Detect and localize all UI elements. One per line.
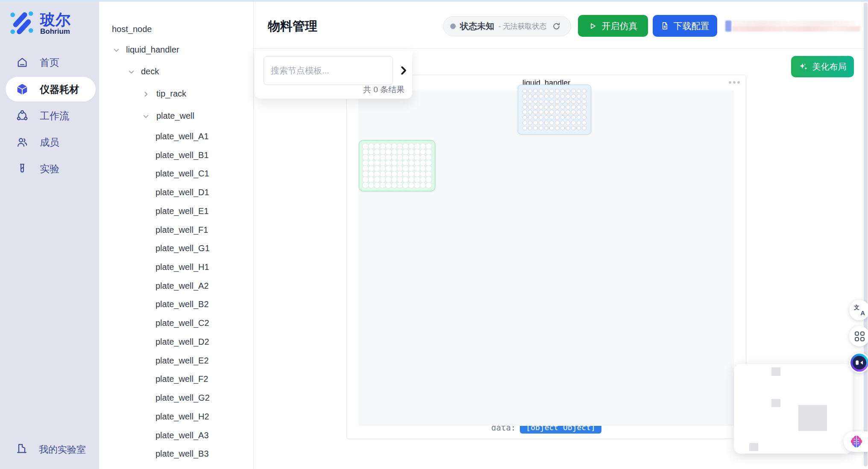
tree-item-plate_well_H1[interactable]: plate_well_H1 — [99, 258, 253, 277]
start-simulation-label: 开启仿真 — [602, 20, 638, 32]
brand-subtitle: Bohrium — [40, 28, 71, 35]
well — [582, 126, 586, 131]
well — [397, 144, 403, 149]
well — [577, 115, 581, 120]
node-more-menu-icon[interactable] — [727, 79, 742, 85]
well — [528, 89, 533, 94]
refresh-icon[interactable] — [552, 22, 560, 30]
sidebar-item-members[interactable]: 成员 — [6, 130, 96, 155]
well — [582, 94, 586, 99]
chevron-right-icon[interactable] — [396, 63, 411, 78]
well — [414, 177, 420, 182]
well — [386, 171, 391, 177]
tree-item-plate_well_F1[interactable]: plate_well_F1 — [99, 221, 253, 240]
well — [544, 89, 549, 94]
tree-item-plate_well_B3[interactable]: plate_well_B3 — [99, 445, 253, 463]
tree-item-label: plate_well_C1 — [155, 169, 209, 179]
tree-item-plate_well_B1[interactable]: plate_well_B1 — [99, 146, 253, 165]
well-plate-green[interactable] — [359, 140, 435, 191]
tree-item-host_node[interactable]: host_node — [99, 20, 253, 39]
well — [533, 105, 538, 109]
tree-item-plate_well[interactable]: plate_well — [99, 107, 253, 126]
well — [392, 160, 397, 166]
tree-item-deck[interactable]: deck — [99, 62, 253, 81]
well — [409, 144, 414, 149]
well — [522, 105, 527, 109]
well — [392, 166, 397, 171]
well — [522, 126, 527, 131]
robot-face-icon — [850, 354, 868, 372]
tree-item-plate_well_C1[interactable]: plate_well_C1 — [99, 164, 253, 183]
tree-item-plate_well_F2[interactable]: plate_well_F2 — [99, 370, 253, 389]
tree-item-tip_rack[interactable]: tip_rack — [99, 85, 253, 103]
well — [392, 149, 397, 155]
well — [533, 89, 538, 94]
minimap[interactable] — [734, 364, 853, 454]
tree-item-plate_well_G1[interactable]: plate_well_G1 — [99, 239, 253, 258]
well — [571, 105, 576, 109]
apps-grid-icon — [855, 331, 865, 341]
well — [539, 115, 543, 120]
well — [426, 149, 431, 155]
translate-button[interactable]: 文A — [849, 300, 868, 320]
chevron-down-icon[interactable] — [128, 68, 135, 76]
well — [571, 120, 576, 125]
tree-item-plate_well_A1[interactable]: plate_well_A1 — [99, 127, 253, 146]
well — [571, 94, 576, 99]
download-config-button[interactable]: 下载配置 — [653, 15, 717, 37]
well — [577, 100, 581, 104]
well — [386, 160, 391, 166]
tree-item-plate_well_A2[interactable]: plate_well_A2 — [99, 277, 253, 296]
tree-item-liquid_handler[interactable]: liquid_handler — [99, 41, 253, 59]
tree-item-plate_well_G2[interactable]: plate_well_G2 — [99, 389, 253, 407]
tree-item-plate_well_H2[interactable]: plate_well_H2 — [99, 407, 253, 426]
tree-item-plate_well_C2[interactable]: plate_well_C2 — [99, 314, 253, 333]
download-config-label: 下载配置 — [674, 20, 710, 32]
well-plate-blue[interactable] — [518, 85, 591, 135]
brand-logo[interactable]: 玻尔 Bohrium — [9, 10, 71, 37]
tree-item-plate_well_A3[interactable]: plate_well_A3 — [99, 426, 253, 445]
well — [414, 144, 420, 149]
beautify-layout-button[interactable]: 美化布局 — [791, 56, 854, 77]
assistant-robot-button[interactable] — [849, 352, 868, 373]
vertical-scrollbar[interactable] — [864, 3, 868, 466]
sidebar-item-home[interactable]: 首页 — [6, 50, 96, 75]
well — [380, 177, 386, 182]
sidebar-item-instruments[interactable]: 仪器耗材 — [6, 77, 96, 102]
tree-item-plate_well_E1[interactable]: plate_well_E1 — [99, 202, 253, 221]
tree-item-plate_well_B2[interactable]: plate_well_B2 — [99, 295, 253, 314]
well — [577, 126, 581, 131]
well — [403, 155, 408, 160]
chevron-right-icon[interactable] — [142, 91, 150, 98]
well — [374, 155, 380, 160]
well — [397, 149, 403, 155]
tree-item-plate_well_D1[interactable]: plate_well_D1 — [99, 183, 253, 202]
well — [374, 182, 380, 188]
status-dot-icon — [450, 23, 456, 29]
well — [533, 100, 538, 104]
minimap-node — [749, 443, 758, 451]
apps-button[interactable] — [849, 326, 868, 346]
chevron-down-icon[interactable] — [113, 47, 120, 54]
well — [380, 182, 386, 188]
well — [528, 120, 533, 125]
well — [380, 144, 386, 149]
chevron-down-icon[interactable] — [142, 113, 150, 120]
sidebar-item-experiments[interactable]: 实验 — [6, 156, 96, 181]
well — [528, 126, 533, 131]
well — [560, 120, 565, 125]
well — [403, 144, 408, 149]
tree-item-plate_well_E2[interactable]: plate_well_E2 — [99, 352, 253, 370]
main-content: 物料管理 状态未知 - 无法获取状态 开启仿真 — [254, 0, 868, 469]
sidebar-item-my-lab[interactable]: 我的实验室 — [6, 437, 96, 462]
tree-item-plate_well_D2[interactable]: plate_well_D2 — [99, 333, 253, 352]
tree-item-label: plate_well_F1 — [155, 225, 208, 235]
well — [566, 110, 570, 114]
well — [549, 89, 554, 94]
sidebar-item-workflow[interactable]: 工作流 — [6, 103, 96, 128]
well — [522, 100, 527, 104]
well — [420, 160, 426, 166]
search-input[interactable] — [264, 56, 393, 85]
ai-brain-button[interactable] — [844, 431, 868, 452]
start-simulation-button[interactable]: 开启仿真 — [578, 15, 648, 37]
